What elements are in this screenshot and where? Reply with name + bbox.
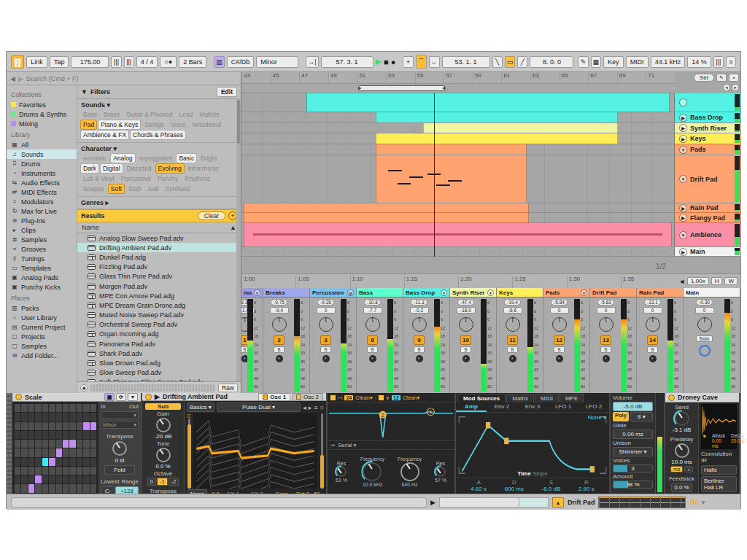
character-filter-tag[interactable]: Snappy [81,184,107,193]
clip-loop-overview[interactable] [439,497,549,508]
track-clip-lane[interactable] [241,223,675,246]
edit-filters-button[interactable]: Edit [217,87,237,97]
tempo-field[interactable]: 175.00 [71,56,109,68]
gain-value[interactable]: -20 dB [155,433,172,440]
browser-result-item[interactable]: Analog Slow Sweep Pad.adv [77,233,241,243]
scale-grid-cell[interactable] [21,475,27,483]
sound-filter-tag[interactable]: Pad [81,120,96,129]
scale-grid-cell[interactable] [28,448,34,456]
playback-speed-field[interactable]: 1.00x [687,277,709,285]
unison-mode-dropdown[interactable]: Shimmer ▾ [613,447,653,456]
env-enable-icon[interactable]: ■ [703,433,706,448]
scale-grid-cell[interactable] [63,484,69,492]
volume-fader-value[interactable]: 0 [550,307,569,314]
scale-grid-cell[interactable] [90,458,96,466]
scale-grid-cell[interactable] [49,467,55,475]
overview-toggle-icon[interactable]: ≡ [726,56,736,68]
scale-grid-cell[interactable] [35,440,41,448]
library-item[interactable]: ⇆ Audio Effects [7,178,77,187]
volume-value[interactable]: -5.0 dB [613,402,653,411]
back-arrow-icon[interactable]: ◀ [10,75,15,82]
beat-time-ruler[interactable]: 434547495153555759616365676971 [241,72,675,84]
scale-grid-cell[interactable] [77,404,82,412]
pan-knob[interactable] [412,317,427,332]
scale-grid-cell[interactable] [63,458,69,466]
genres-filter-title[interactable]: Genres ▸ [77,197,241,209]
track-header[interactable]: ▼ Pads [675,144,740,155]
sound-filter-tag[interactable]: Ambience & FX [81,131,128,139]
filter-curve-display[interactable]: 2 1 [328,403,454,441]
library-item[interactable]: ⊕ Plug-Ins [7,216,77,225]
track-clip-lane[interactable] [241,123,675,133]
character-filter-tag[interactable]: Evolving [156,164,184,173]
wavetable-name-dropdown[interactable]: Pulse Dual ▾ [217,402,301,412]
midi-note[interactable] [448,180,461,182]
browser-result-item[interactable]: Organ Incoming.adg [77,330,241,339]
track-clip-lane[interactable] [241,247,675,256]
scale-grid-cell[interactable] [69,422,75,430]
device-on-led[interactable] [145,394,152,400]
solo-button[interactable]: S [274,346,284,353]
peak-level-display[interactable]: -10.8 [364,299,381,306]
arrangement-clip[interactable] [376,112,618,122]
scale-grid-cell[interactable] [28,404,34,412]
track-tab[interactable]: Synth Riser ▼ [450,288,496,298]
scale-grid-cell[interactable] [42,440,48,448]
wavetable-display[interactable] [193,413,317,489]
set-locator-button[interactable]: Set [694,74,714,82]
sounds-filter-title[interactable]: Sounds ▾ [77,99,241,109]
scale-grid-cell[interactable] [63,467,69,475]
computer-midi-keyboard-button[interactable]: ▦ [591,56,602,68]
track-clip-lane[interactable] [241,144,675,155]
sound-filter-tag[interactable]: Chords & Phrases [131,131,185,139]
scale-grid-cell[interactable] [69,475,75,483]
prev-wavetable-icon[interactable]: ◂ [303,404,306,411]
scale-grid-cell[interactable] [69,413,75,421]
map-mode-icon[interactable]: ▦ [104,393,115,401]
browser-result-item[interactable]: Orchestral Sweep Pad.adv [77,320,241,330]
key-root-selector[interactable]: C#/Db [227,56,255,68]
speaker-icon[interactable]: ◄ [678,278,685,285]
character-filter-tag[interactable]: Arpeggiated [137,154,175,163]
loop-length-field[interactable]: 8. 0. 0 [530,56,573,68]
follow-icon[interactable]: →| [306,56,318,68]
browser-scrollbar[interactable] [236,98,241,381]
next-wavetable-icon[interactable]: ▸ [309,404,312,411]
scale-grid-cell[interactable] [77,440,82,448]
search-input[interactable] [26,75,237,82]
sound-filter-tag[interactable]: Woodwind [190,120,223,129]
sub-osc-button[interactable]: Sub [145,403,181,410]
scale-grid-cell[interactable] [90,448,96,456]
track-tab[interactable]: Percussion ◎ [310,288,356,298]
midi-note[interactable] [436,184,449,186]
filter-routing-dropdown[interactable]: Serial ▾ [338,442,356,448]
scale-grid-cell[interactable] [35,448,41,456]
character-filter-tag[interactable]: Rhythmic [182,174,212,183]
device-on-led[interactable] [668,394,675,401]
osc1-tab[interactable]: Osc 1 [258,393,290,400]
track-tab-fold-icon[interactable]: ▼ [487,289,494,296]
arrangement-clip[interactable] [376,144,527,155]
sound-filter-tag[interactable]: Mallets [197,110,221,119]
record-button[interactable]: ● [391,58,396,66]
scale-grid-cell[interactable] [83,458,89,466]
scale-grid-cell[interactable] [42,431,48,439]
mod-subtab[interactable]: Amp [456,402,487,412]
track-fold-icon[interactable] [679,98,687,106]
sustain-value[interactable]: -6.0 dB [542,486,561,492]
raw-preview-button[interactable]: Raw [218,384,238,392]
scale-grid-cell[interactable] [63,440,69,448]
places-item[interactable]: ○ User Library [7,313,77,322]
collection-item[interactable]: Mixing [7,119,77,128]
scale-grid-cell[interactable] [42,448,48,456]
peak-level-display[interactable]: -9.26 [317,299,334,306]
scale-grid-cell[interactable] [77,431,82,439]
solo-button[interactable]: S [647,346,657,353]
solo-button[interactable]: S [507,346,517,353]
ms-mode-button[interactable]: ms [670,466,683,472]
height-zoom-button[interactable]: H [711,277,723,285]
playhead[interactable] [434,93,435,257]
track-fold-icon[interactable]: ▶ [679,214,687,222]
predelay-knob[interactable] [675,443,689,458]
scale-grid-cell[interactable] [83,467,89,475]
